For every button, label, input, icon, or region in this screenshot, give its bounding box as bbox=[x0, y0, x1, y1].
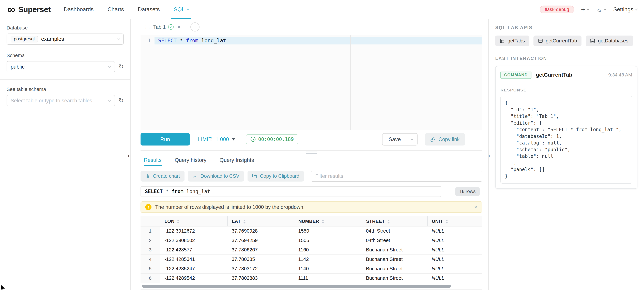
table-cell: 37.7802883 bbox=[228, 274, 294, 283]
sql-text: long_lat bbox=[184, 189, 210, 194]
collapse-api-panel-icon[interactable]: › bbox=[488, 152, 490, 159]
collapse-sidebar-icon[interactable]: ‹ bbox=[128, 152, 130, 159]
chevron-down-icon bbox=[411, 137, 414, 140]
save-dropdown-button[interactable] bbox=[407, 134, 417, 145]
copy-icon bbox=[252, 174, 257, 179]
results-table: LONLATNUMBERSTREETUNIT 1-122.391267237.7… bbox=[140, 216, 482, 283]
copy-link-button[interactable]: Copy link bbox=[425, 133, 465, 146]
column-label: NUMBER bbox=[298, 219, 319, 224]
table-select[interactable]: Select table or type to search tables bbox=[6, 95, 115, 106]
sidebar-divider bbox=[0, 113, 130, 113]
drag-handle-icon: ⋮⋮ bbox=[144, 24, 150, 29]
main-nav: Dashboards Charts Datasets SQL bbox=[61, 0, 200, 19]
table-cell: 1142 bbox=[294, 255, 362, 264]
api-buttons: getTabs getCurrentTab getDatabases bbox=[495, 35, 638, 46]
command-badge: COMMAND bbox=[500, 71, 531, 79]
timer-value: 00:00:00.189 bbox=[258, 136, 294, 142]
download-icon bbox=[192, 174, 198, 179]
brand[interactable]: ∞ Superset bbox=[8, 0, 50, 19]
close-tab-icon[interactable]: × bbox=[177, 24, 181, 30]
refresh-schemas-icon[interactable]: ↻ bbox=[118, 64, 124, 70]
warning-text: The number of rows displayed is limited … bbox=[155, 204, 305, 210]
get-current-tab-button[interactable]: getCurrentTab bbox=[534, 35, 582, 46]
create-chart-button[interactable]: Create chart bbox=[140, 171, 184, 181]
chevron-down-icon bbox=[587, 7, 590, 10]
sql-text: * bbox=[176, 37, 186, 43]
scrollbar-thumb[interactable] bbox=[142, 285, 451, 288]
superset-sql-lab-window: ∞ Superset Dashboards Charts Datasets SQ… bbox=[0, 0, 644, 290]
run-button[interactable]: Run bbox=[140, 133, 190, 146]
download-csv-button[interactable]: Download to CSV bbox=[188, 171, 244, 181]
interaction-card: COMMAND getCurrentTab 9:34:48 AM RESPONS… bbox=[495, 66, 638, 189]
table-cell: Buchanan Street bbox=[362, 264, 428, 274]
tab-query-history[interactable]: Query history bbox=[175, 155, 206, 166]
table-row: 5-122.428524737.78031721140Buchanan Stre… bbox=[140, 264, 482, 274]
clock-icon bbox=[250, 137, 256, 142]
schema-label: Schema bbox=[6, 53, 124, 58]
table-cell: NULL bbox=[428, 264, 482, 274]
row-limit-warning: ! The number of rows displayed is limite… bbox=[140, 201, 482, 213]
table-select-placeholder: Select table or type to search tables bbox=[10, 98, 92, 104]
new-item-menu[interactable]: + bbox=[581, 6, 589, 13]
tab-query-insights[interactable]: Query Insights bbox=[220, 155, 254, 166]
filter-results-input[interactable] bbox=[311, 171, 482, 182]
sql-code-line: SELECT * from long_lat bbox=[154, 37, 482, 44]
table-cell: -122.4285341 bbox=[160, 255, 228, 264]
get-databases-button[interactable]: getDatabases bbox=[586, 35, 633, 46]
sql-editor[interactable]: 1 SELECT * from long_lat bbox=[140, 35, 482, 130]
chevron-down-icon bbox=[108, 64, 112, 68]
nav-charts[interactable]: Charts bbox=[105, 0, 126, 19]
limit-dropdown[interactable]: LIMIT: 1 000 bbox=[198, 136, 235, 142]
theme-toggle[interactable]: ☼ bbox=[596, 6, 606, 13]
card-divider bbox=[496, 83, 637, 83]
sort-icon[interactable] bbox=[387, 220, 390, 224]
tab-results[interactable]: Results bbox=[144, 155, 162, 166]
sort-icon[interactable] bbox=[322, 220, 324, 224]
get-tabs-button[interactable]: getTabs bbox=[495, 35, 529, 46]
limit-value: 1 000 bbox=[216, 136, 229, 142]
column-label: STREET bbox=[366, 219, 385, 224]
table-cell: NULL bbox=[428, 274, 482, 283]
column-header-lat[interactable]: LAT bbox=[228, 216, 294, 226]
sort-icon[interactable] bbox=[177, 220, 180, 224]
close-warning-icon[interactable]: × bbox=[474, 204, 477, 210]
warning-icon: ! bbox=[145, 204, 152, 210]
create-chart-label: Create chart bbox=[153, 173, 180, 179]
environment-badge: flask-debug bbox=[540, 5, 574, 13]
results-tabs: Results Query history Query Insights bbox=[140, 155, 482, 166]
table-cell: NULL bbox=[428, 255, 482, 264]
print-margin-line bbox=[350, 35, 351, 130]
database-icon bbox=[590, 38, 595, 43]
editor-panel: 1 SELECT * from long_lat Run LIMIT: 1 00… bbox=[140, 35, 482, 151]
more-options-button[interactable]: … bbox=[472, 136, 482, 143]
nav-dashboards[interactable]: Dashboards bbox=[61, 0, 96, 19]
sun-icon: ☼ bbox=[596, 6, 602, 13]
column-header-street[interactable]: STREET bbox=[362, 216, 428, 226]
column-header-lon[interactable]: LON bbox=[160, 216, 228, 226]
new-tab-button[interactable]: + bbox=[190, 22, 200, 31]
main-area: Database postgresql examples Schema publ… bbox=[0, 19, 644, 290]
copy-clipboard-button[interactable]: Copy to Clipboard bbox=[248, 171, 304, 181]
nav-datasets[interactable]: Datasets bbox=[135, 0, 162, 19]
saved-check-icon: ✓ bbox=[168, 24, 174, 30]
save-button[interactable]: Save bbox=[382, 133, 418, 146]
column-header-unit[interactable]: UNIT bbox=[428, 216, 482, 226]
database-select[interactable]: postgresql examples bbox=[6, 33, 124, 45]
table-cell: -122.4285247 bbox=[160, 264, 228, 274]
sort-icon[interactable] bbox=[243, 220, 246, 224]
settings-menu[interactable]: Settings bbox=[613, 6, 638, 13]
chevron-down-icon bbox=[604, 7, 607, 10]
table-row: 1-122.391267237.7690928155004th StreetNU… bbox=[140, 226, 482, 236]
schema-select[interactable]: public bbox=[6, 61, 115, 72]
resize-handle[interactable] bbox=[140, 151, 482, 155]
copy-link-label: Copy link bbox=[438, 136, 460, 142]
table-cell: 04th Street bbox=[362, 226, 428, 236]
column-header-number[interactable]: NUMBER bbox=[294, 216, 362, 226]
results-bottom-border bbox=[140, 290, 482, 290]
results-header-row: LONLATNUMBERSTREETUNIT bbox=[140, 216, 482, 226]
editor-tab[interactable]: ⋮⋮ Tab 1 ✓ × bbox=[144, 24, 181, 30]
nav-sql[interactable]: SQL bbox=[171, 0, 191, 19]
chevron-down-icon bbox=[635, 7, 638, 10]
refresh-tables-icon[interactable]: ↻ bbox=[118, 97, 124, 104]
sort-icon[interactable] bbox=[445, 220, 448, 224]
